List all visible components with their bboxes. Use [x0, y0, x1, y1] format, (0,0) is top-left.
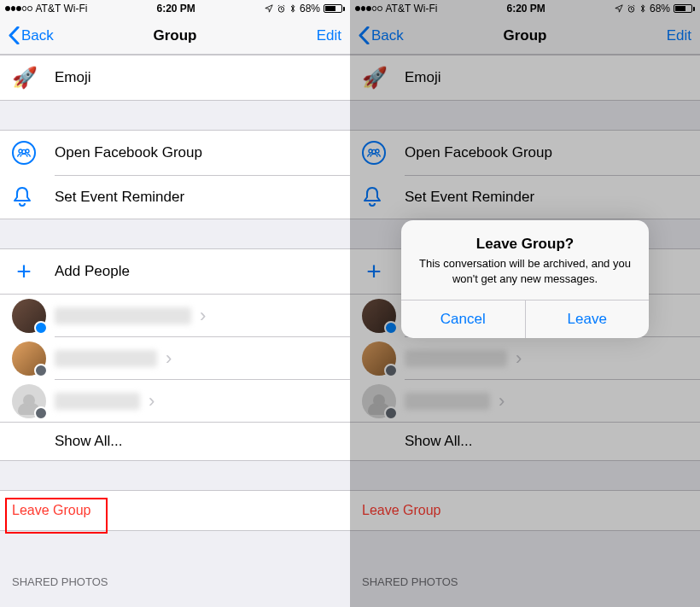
alert-cancel-button[interactable]: Cancel: [401, 301, 525, 338]
row-add-people-label: Add People: [55, 263, 338, 280]
row-show-all-label: Show All...: [55, 433, 122, 449]
alert-leave-button[interactable]: Leave: [525, 301, 650, 338]
person-name-redacted: [55, 393, 140, 410]
row-set-reminder-label: Set Event Reminder: [55, 189, 338, 206]
battery-icon: [324, 4, 345, 13]
person-row-2[interactable]: ›: [55, 336, 350, 379]
back-button[interactable]: Back: [9, 26, 54, 44]
signal-icon: [5, 6, 32, 11]
row-leave-group[interactable]: Leave Group: [0, 490, 350, 531]
alert-message: This conversation will be archived, and …: [418, 256, 632, 286]
phone-left: AT&T Wi-Fi 6:20 PM 68% Back Gr: [0, 0, 350, 607]
row-open-fb-group[interactable]: Open Facebook Group: [0, 131, 350, 175]
section-emoji: 🚀 Emoji: [0, 55, 350, 101]
nav-bar: Back Group Edit: [0, 17, 350, 55]
phone-right: AT&T Wi-Fi 6:20 PM 68% Back Gr: [350, 0, 700, 607]
facebook-badge-icon: [34, 364, 48, 377]
row-set-reminder[interactable]: Set Event Reminder: [55, 175, 350, 219]
person-row-3[interactable]: ›: [55, 379, 350, 422]
plus-icon: +: [12, 260, 36, 283]
battery-pct: 68%: [300, 3, 320, 15]
facebook-badge-icon: [34, 406, 48, 420]
chevron-right-icon: ›: [200, 305, 206, 327]
person-name-redacted: [55, 307, 191, 324]
row-leave-group-label: Leave Group: [12, 503, 91, 517]
bluetooth-icon: [289, 3, 296, 14]
row-emoji[interactable]: 🚀 Emoji: [0, 55, 350, 100]
person-row-1[interactable]: ›: [0, 294, 350, 336]
alert-leave-group: Leave Group? This conversation will be a…: [401, 220, 649, 338]
row-add-people[interactable]: + Add People: [0, 248, 350, 294]
edit-button[interactable]: Edit: [317, 27, 341, 44]
rocket-icon: 🚀: [12, 66, 38, 90]
row-show-all[interactable]: Show All...: [0, 422, 350, 460]
section-people: + Add People › › › Show All...: [0, 248, 350, 461]
clock: 6:20 PM: [157, 3, 195, 15]
alert-title: Leave Group?: [418, 236, 632, 253]
location-icon: [265, 4, 273, 13]
alarm-icon: [277, 4, 286, 14]
chevron-right-icon: ›: [166, 347, 172, 370]
section-header-shared-photos: SHARED PHOTOS: [0, 560, 350, 593]
section-group-actions: Open Facebook Group Set Event Reminder: [0, 130, 350, 219]
chevron-left-icon: [9, 26, 20, 44]
back-label: Back: [21, 27, 54, 44]
carrier-label: AT&T Wi-Fi: [36, 3, 88, 15]
person-name-redacted: [55, 350, 157, 367]
people-group-icon: [12, 141, 36, 165]
messenger-badge-icon: [34, 321, 48, 335]
bell-icon: [12, 186, 32, 208]
status-bar: AT&T Wi-Fi 6:20 PM 68%: [0, 0, 350, 17]
chevron-right-icon: ›: [149, 390, 155, 412]
row-open-fb-group-label: Open Facebook Group: [55, 144, 338, 161]
row-emoji-label: Emoji: [55, 69, 338, 86]
